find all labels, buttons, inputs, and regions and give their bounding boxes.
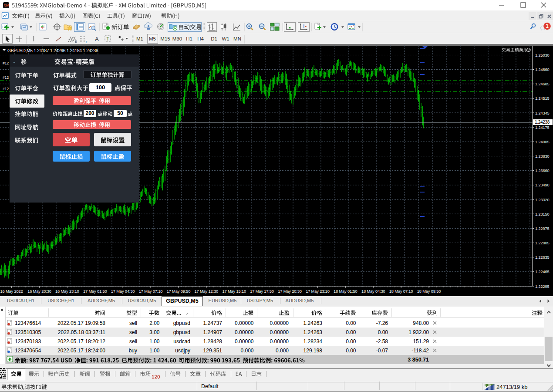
svg-text:1.23150: 1.23150: [535, 212, 550, 216]
svg-text:1.22975: 1.22975: [535, 226, 550, 231]
svg-text:16 May 2022: 16 May 2022: [0, 289, 23, 294]
svg-text:GBPUSD,M5 1.24187 1.24266 1.2: GBPUSD,M5 1.24187 1.24266 1.24184 1.2423…: [7, 48, 98, 53]
svg-text:1.25030: 1.25030: [535, 53, 550, 57]
svg-text:17 May 23:10: 17 May 23:10: [306, 289, 330, 294]
svg-text:1.22805: 1.22805: [535, 241, 550, 245]
svg-text:17 May 01:50: 17 May 01:50: [83, 289, 107, 294]
svg-text:16 May 23:10: 16 May 23:10: [55, 289, 79, 294]
svg-text:16 May 20:30: 16 May 20:30: [27, 289, 51, 294]
svg-text:17 May 09:50: 17 May 09:50: [167, 289, 191, 294]
svg-text:1.22295: 1.22295: [535, 284, 550, 289]
svg-text:18 May 07:10: 18 May 07:10: [389, 289, 413, 294]
svg-text:17 May 20:30: 17 May 20:30: [278, 289, 302, 294]
svg-text:17 May 15:10: 17 May 15:10: [222, 289, 246, 294]
svg-text:1.24685: 1.24685: [535, 82, 550, 86]
svg-text:1.23660: 1.23660: [535, 169, 550, 173]
svg-text:18 May 09:50: 18 May 09:50: [417, 289, 441, 294]
svg-text:17 May 07:10: 17 May 07:10: [139, 289, 163, 294]
svg-text:18 May 01:50: 18 May 01:50: [334, 289, 357, 294]
svg-text:1.24515: 1.24515: [535, 96, 550, 101]
svg-text:1.23830: 1.23830: [535, 154, 550, 159]
svg-text:18 May 04:30: 18 May 04:30: [361, 289, 385, 294]
svg-text:17 May 17:50: 17 May 17:50: [250, 289, 274, 294]
svg-text:17 May 12:30: 17 May 12:30: [195, 289, 219, 294]
svg-text:17 May 04:30: 17 May 04:30: [111, 289, 135, 294]
svg-text:1.22465: 1.22465: [535, 270, 550, 274]
svg-text:1.24175: 1.24175: [535, 125, 550, 130]
svg-text:1.24238: 1.24238: [535, 120, 550, 125]
svg-text:1.24345: 1.24345: [535, 111, 550, 115]
svg-text:1.23320: 1.23320: [535, 198, 550, 202]
svg-text:1.23490: 1.23490: [535, 183, 550, 187]
svg-text:1.24005: 1.24005: [535, 140, 550, 144]
svg-text:1.24860: 1.24860: [535, 68, 550, 72]
svg-text:1.22635: 1.22635: [535, 255, 550, 260]
